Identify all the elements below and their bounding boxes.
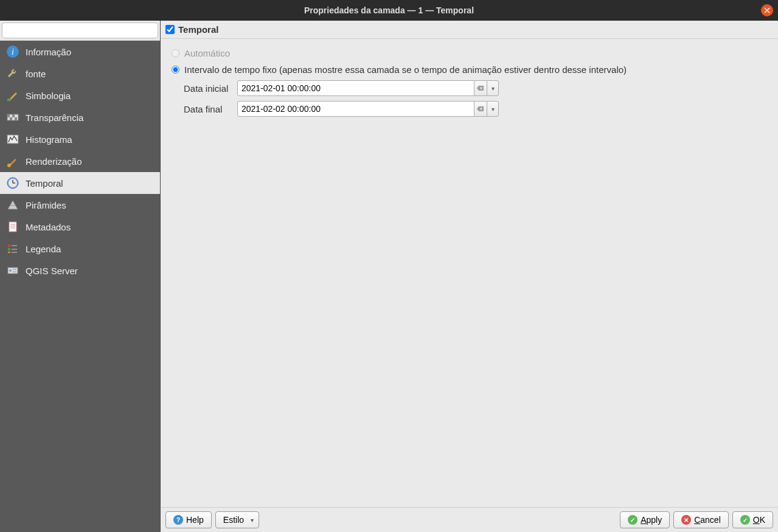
style-menu-button[interactable]: Estilo	[215, 511, 259, 528]
search-input[interactable]	[2, 22, 158, 38]
start-date-group: ▾	[237, 80, 499, 96]
check-icon: ✓	[628, 515, 637, 525]
ok-button-label: K	[760, 515, 765, 525]
sidebar: i Informação fonte Simbologia	[0, 21, 161, 532]
sidebar-item-label: Transparência	[26, 112, 83, 123]
check-icon: ✓	[740, 515, 750, 525]
temporal-enable-checkbox[interactable]	[165, 25, 175, 34]
svg-rect-8	[10, 117, 12, 120]
sidebar-item-metadados[interactable]: Metadados	[0, 216, 160, 238]
sidebar-item-qgisserver[interactable]: QGIS Server	[0, 260, 160, 282]
svg-rect-23	[8, 248, 10, 250]
sidebar-item-legenda[interactable]: Legenda	[0, 238, 160, 260]
footer: ? Help Estilo ✓ Apply ✕ Cancel ✓ OK	[161, 507, 778, 532]
end-date-row: Data final ▾	[184, 98, 767, 119]
help-icon: ?	[173, 515, 183, 525]
sidebar-item-informacao[interactable]: i Informação	[0, 41, 160, 63]
wrench-icon	[6, 67, 19, 80]
ok-button[interactable]: ✓ OK	[732, 511, 773, 528]
histogram-icon	[6, 133, 19, 146]
end-date-group: ▾	[237, 101, 499, 117]
help-button-label: Help	[186, 515, 204, 525]
cross-icon: ✕	[681, 515, 691, 525]
svg-point-11	[7, 164, 11, 167]
start-date-label: Data inicial	[184, 83, 231, 94]
legend-icon	[6, 242, 19, 255]
section-header: Temporal	[161, 21, 778, 39]
document-icon	[6, 220, 19, 233]
sidebar-item-transparencia[interactable]: Transparência	[0, 106, 160, 128]
start-date-clear-icon[interactable]	[474, 80, 487, 96]
svg-text:i: i	[12, 47, 14, 57]
svg-rect-9	[15, 117, 17, 120]
server-icon	[6, 264, 19, 277]
sidebar-item-label: Renderização	[26, 156, 82, 167]
sidebar-item-label: QGIS Server	[26, 266, 78, 276]
apply-button-label: pply	[646, 515, 662, 525]
sidebar-item-piramides[interactable]: Pirâmides	[0, 194, 160, 216]
sidebar-item-temporal[interactable]: Temporal	[0, 172, 160, 194]
nav-list: i Informação fonte Simbologia	[0, 41, 160, 532]
svg-point-29	[9, 269, 12, 272]
end-date-label: Data final	[184, 104, 231, 114]
radio-fixed-row: Intervalo de tempo fixo (apenas mostre e…	[172, 61, 767, 78]
window-title: Propriedades da camada — 1 — Temporal	[304, 5, 474, 15]
end-date-dropdown-icon[interactable]: ▾	[487, 101, 499, 117]
sidebar-item-label: Informação	[26, 47, 71, 57]
radio-fixed[interactable]	[172, 66, 179, 74]
svg-rect-24	[8, 252, 10, 253]
start-date-row: Data inicial ▾	[184, 78, 767, 98]
sidebar-item-label: Pirâmides	[26, 200, 66, 210]
cancel-button-label: ancel	[700, 515, 720, 525]
help-button[interactable]: ? Help	[165, 511, 212, 528]
sidebar-item-fonte[interactable]: fonte	[0, 63, 160, 85]
paintbrush-icon	[6, 154, 19, 168]
svg-rect-6	[7, 114, 10, 117]
titlebar: Propriedades da camada — 1 — Temporal	[0, 0, 778, 21]
search-box	[0, 21, 160, 41]
info-icon: i	[6, 45, 19, 58]
svg-rect-4	[7, 98, 11, 101]
apply-button[interactable]: ✓ Apply	[620, 511, 670, 528]
sidebar-item-label: Legenda	[26, 244, 61, 254]
start-date-dropdown-icon[interactable]: ▾	[487, 80, 499, 96]
sidebar-item-label: Metadados	[26, 222, 71, 232]
pyramid-icon	[6, 198, 19, 212]
sidebar-item-label: Temporal	[26, 178, 63, 188]
main-panel: Temporal Automático Intervalo de tempo f…	[161, 21, 778, 532]
sidebar-item-histograma[interactable]: Histograma	[0, 128, 160, 150]
svg-marker-16	[8, 201, 18, 209]
section-title: Temporal	[178, 24, 218, 35]
layer-properties-window: Propriedades da camada — 1 — Temporal i	[0, 0, 778, 532]
sidebar-item-renderizacao[interactable]: Renderização	[0, 150, 160, 172]
cancel-button[interactable]: ✕ Cancel	[673, 511, 729, 528]
form-area: Automático Intervalo de tempo fixo (apen…	[161, 39, 778, 507]
checker-icon	[6, 111, 19, 124]
end-date-input[interactable]	[237, 101, 474, 117]
end-date-clear-icon[interactable]	[474, 101, 487, 117]
svg-rect-22	[8, 244, 10, 247]
radio-auto-label: Automático	[184, 48, 230, 58]
sidebar-item-label: fonte	[26, 69, 46, 79]
brush-icon	[6, 89, 19, 102]
start-date-input[interactable]	[237, 80, 474, 96]
radio-fixed-label: Intervalo de tempo fixo (apenas mostre e…	[184, 64, 627, 75]
radio-auto-row: Automático	[172, 45, 767, 61]
sidebar-item-label: Simbologia	[26, 91, 71, 101]
clock-icon	[6, 176, 19, 190]
svg-rect-18	[9, 222, 16, 232]
content-area: i Informação fonte Simbologia	[0, 21, 778, 532]
sidebar-item-label: Histograma	[26, 134, 72, 145]
radio-auto	[172, 49, 179, 57]
svg-rect-7	[12, 114, 15, 117]
sidebar-item-simbologia[interactable]: Simbologia	[0, 85, 160, 106]
close-button[interactable]	[761, 4, 773, 16]
style-menu-label: Estilo	[223, 515, 244, 525]
